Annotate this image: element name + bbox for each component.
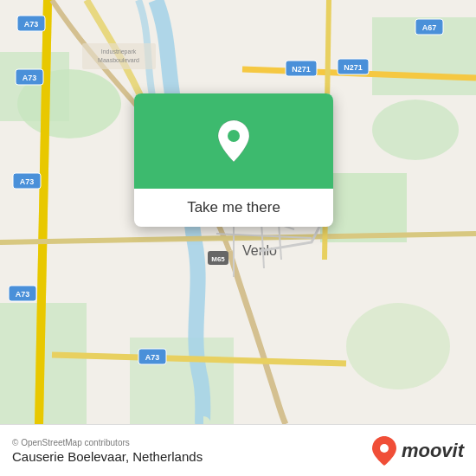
svg-point-32 — [380, 444, 389, 453]
svg-text:A73: A73 — [23, 74, 37, 82]
svg-text:Maasboulevard: Maasboulevard — [98, 57, 139, 63]
moovit-pin-icon — [370, 435, 398, 466]
svg-text:A73: A73 — [16, 290, 30, 299]
svg-rect-25 — [82, 43, 156, 69]
popup-green-header — [134, 93, 333, 189]
svg-point-5 — [372, 100, 459, 160]
moovit-logo-text: moovit — [402, 440, 464, 462]
svg-text:A73: A73 — [145, 353, 160, 362]
svg-point-31 — [228, 130, 240, 142]
bottom-bar: © OpenStreetMap contributors Causerie Bo… — [0, 424, 476, 476]
bottom-left-info: © OpenStreetMap contributors Causerie Bo… — [12, 438, 203, 464]
svg-text:N271: N271 — [292, 65, 311, 74]
take-me-there-button[interactable]: Take me there — [187, 199, 280, 216]
popup-button-area: Take me there — [134, 189, 333, 227]
svg-point-7 — [346, 303, 450, 389]
svg-text:A67: A67 — [422, 23, 437, 32]
svg-text:Industriepark: Industriepark — [101, 48, 137, 55]
svg-text:A73: A73 — [20, 177, 35, 186]
map-popup: Take me there — [134, 93, 333, 227]
copyright-text: © OpenStreetMap contributors — [12, 438, 203, 447]
moovit-logo: moovit — [370, 435, 464, 466]
svg-text:A73: A73 — [24, 20, 39, 29]
svg-text:N271: N271 — [344, 63, 363, 72]
location-label: Causerie Boelevaar, Netherlands — [12, 449, 203, 464]
svg-rect-2 — [0, 52, 69, 121]
location-pin-icon — [215, 119, 253, 164]
svg-text:M65: M65 — [211, 255, 225, 263]
svg-rect-4 — [320, 173, 407, 242]
